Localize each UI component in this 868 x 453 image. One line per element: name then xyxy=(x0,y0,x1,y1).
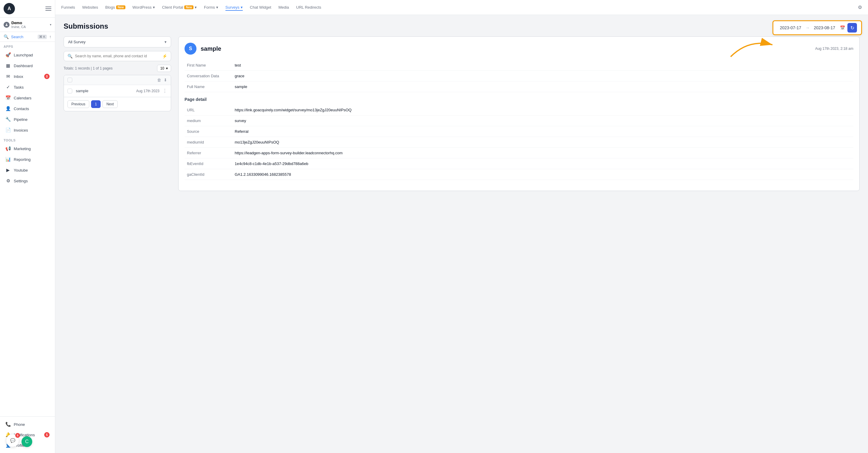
table-row[interactable]: sample Aug 17th 2023 ⋮ xyxy=(64,85,171,97)
contacts-icon: 👤 xyxy=(5,106,11,111)
user-name: Demo xyxy=(11,21,26,25)
sidebar-item-invoices[interactable]: 📄 Invoices xyxy=(2,125,53,135)
notifications-badge: 5 xyxy=(44,432,50,438)
sidebar: A Demo Irvine, CA ▾ 🔍 Search ⌘ K ↑ Apps … xyxy=(0,0,55,453)
sidebar-item-label: Tasks xyxy=(14,85,24,90)
sidebar-item-youtube[interactable]: ▶ Youtube xyxy=(2,165,53,175)
detail-value: Referral xyxy=(232,126,854,137)
settings-icon: ⚙ xyxy=(5,178,11,184)
avatar: A xyxy=(4,3,15,14)
page-detail-table: URL https://link.goacquirely.com/widget/… xyxy=(185,105,854,180)
next-button[interactable]: Next xyxy=(102,100,118,108)
chevron-down-icon: ▾ xyxy=(241,5,243,9)
contact-avatar: S xyxy=(185,43,196,55)
user-info[interactable]: Demo Irvine, CA ▾ xyxy=(0,18,55,32)
sidebar-item-launchpad[interactable]: 🚀 Launchpad xyxy=(2,50,53,60)
per-page-caret-icon: ▾ xyxy=(166,66,168,70)
page-1-button[interactable]: 1 xyxy=(91,100,101,108)
row-menu-icon[interactable]: ⋮ xyxy=(162,88,167,94)
detail-label: Source xyxy=(185,126,232,137)
contact-name: sample xyxy=(200,45,221,52)
search-bar[interactable]: 🔍 Search ⌘ K ↑ xyxy=(0,32,55,42)
prev-button[interactable]: Previous xyxy=(67,100,89,108)
sidebar-item-label: Inbox xyxy=(14,74,23,79)
page-content: Submissions 2023-07-17 → 2023-08-17 📅 ↻ xyxy=(55,15,868,453)
user-details: Demo Irvine, CA xyxy=(11,21,26,29)
chevron-down-icon: ▾ xyxy=(195,5,197,9)
row-checkbox[interactable] xyxy=(67,89,72,93)
sidebar-item-tasks[interactable]: ✓ Tasks xyxy=(2,82,53,92)
detail-value: https://link.goacquirely.com/widget/surv… xyxy=(232,105,854,116)
nav-websites[interactable]: Websites xyxy=(82,4,98,11)
sidebar-item-reporting[interactable]: 📊 Reporting xyxy=(2,154,53,164)
refresh-button[interactable]: ↻ xyxy=(847,23,857,33)
search-contacts-bar[interactable]: 🔍 ⚡ xyxy=(64,51,171,61)
search-contacts-input[interactable] xyxy=(75,54,160,58)
invoices-icon: 📄 xyxy=(5,127,11,133)
sidebar-item-marketing[interactable]: 📢 Marketing xyxy=(2,143,53,154)
sidebar-item-phone[interactable]: 📞 Phone xyxy=(2,419,53,429)
filter-icon[interactable]: ⚡ xyxy=(162,54,167,59)
select-all-checkbox[interactable] xyxy=(67,77,72,83)
contact-header: S sample Aug 17th 2023, 2:18 am xyxy=(185,43,854,55)
nav-chat-widget[interactable]: Chat Widget xyxy=(250,4,271,11)
sidebar-item-contacts[interactable]: 👤 Contacts xyxy=(2,103,53,114)
nav-label: Media xyxy=(278,5,289,9)
nav-surveys[interactable]: Surveys ▾ xyxy=(225,4,243,11)
sidebar-item-inbox[interactable]: ✉ Inbox 0 xyxy=(2,71,53,82)
sidebar-item-pipeline[interactable]: 🔧 Pipeline xyxy=(2,114,53,124)
sidebar-item-dashboard[interactable]: ▦ Dashboard xyxy=(2,61,53,71)
detail-label: fbEventId xyxy=(185,158,232,169)
survey-dropdown[interactable]: All Survey ▾ xyxy=(64,36,171,47)
sidebar-bottom: 📞 Phone 🔔 Notifications 5 👤 Profile xyxy=(0,416,55,453)
search-shortcut: ⌘ K xyxy=(38,35,47,39)
totals-row: Totals: 1 records | 1 of 1 pages 10 ▾ xyxy=(64,65,171,72)
left-panel: All Survey ▾ 🔍 ⚡ Totals: 1 records | 1 o… xyxy=(64,36,171,191)
detail-value: mo13jeZgJ20euuNIPsOQ xyxy=(232,137,854,148)
nav-client-portal[interactable]: Client Portal New ▾ xyxy=(162,4,197,11)
download-icon[interactable]: ⬇ xyxy=(164,77,167,83)
nav-blogs[interactable]: Blogs New xyxy=(105,4,125,11)
field-conversation-data: Conversation Data grace xyxy=(185,71,854,82)
detail-label: Referrer xyxy=(185,148,232,158)
nav-media[interactable]: Media xyxy=(278,4,289,11)
dashboard-icon: ▦ xyxy=(5,63,11,68)
gear-icon[interactable]: ⚙ xyxy=(858,4,862,10)
sidebar-item-label: Calendars xyxy=(14,96,31,100)
detail-medium: medium survey xyxy=(185,116,854,126)
phone-icon: 📞 xyxy=(5,422,11,427)
nav-label: WordPress xyxy=(132,5,152,9)
reporting-icon: 📊 xyxy=(5,157,11,162)
nav-label: Funnels xyxy=(61,5,75,9)
detail-gaclientid: gaClientId GA1.2.1633099046.1682385578 xyxy=(185,169,854,180)
sidebar-item-label: Invoices xyxy=(14,128,28,132)
search-label: Search xyxy=(11,35,23,39)
user-icon xyxy=(4,22,9,28)
apps-section-label: Apps xyxy=(0,42,55,50)
delete-icon[interactable]: 🗑 xyxy=(157,77,161,83)
date-end[interactable]: 2023-08-17 xyxy=(811,24,838,31)
date-range-picker[interactable]: 2023-07-17 → 2023-08-17 📅 ↻ xyxy=(772,20,862,35)
sidebar-item-calendars[interactable]: 📅 Calendars xyxy=(2,93,53,103)
date-start[interactable]: 2023-07-17 xyxy=(778,24,804,31)
nav-forms[interactable]: Forms ▾ xyxy=(204,4,218,11)
nav-wordpress[interactable]: WordPress ▾ xyxy=(132,4,155,11)
page-title: Submissions xyxy=(64,22,860,30)
row-date: Aug 17th 2023 xyxy=(136,89,159,93)
sidebar-item-settings[interactable]: ⚙ Settings xyxy=(2,176,53,186)
per-page-select[interactable]: 10 ▾ xyxy=(157,65,171,72)
chat-widget[interactable]: 💬 5 xyxy=(6,434,19,447)
page-detail-title: Page detail xyxy=(185,97,854,102)
survey-select-label: All Survey xyxy=(68,40,86,44)
detail-source: Source Referral xyxy=(185,126,854,137)
nav-label: Client Portal xyxy=(162,5,183,9)
nav-funnels[interactable]: Funnels xyxy=(61,4,75,11)
calendar-icon[interactable]: 📅 xyxy=(840,25,845,30)
sidebar-item-label: Contacts xyxy=(14,106,29,111)
hamburger-icon[interactable] xyxy=(45,6,51,11)
detail-label: URL xyxy=(185,105,232,116)
nav-label: Websites xyxy=(82,5,98,9)
contact-date: Aug 17th 2023, 2:18 am xyxy=(815,46,854,51)
nav-url-redirects[interactable]: URL Redirects xyxy=(296,4,321,11)
notification-widget[interactable]: C xyxy=(22,436,32,447)
